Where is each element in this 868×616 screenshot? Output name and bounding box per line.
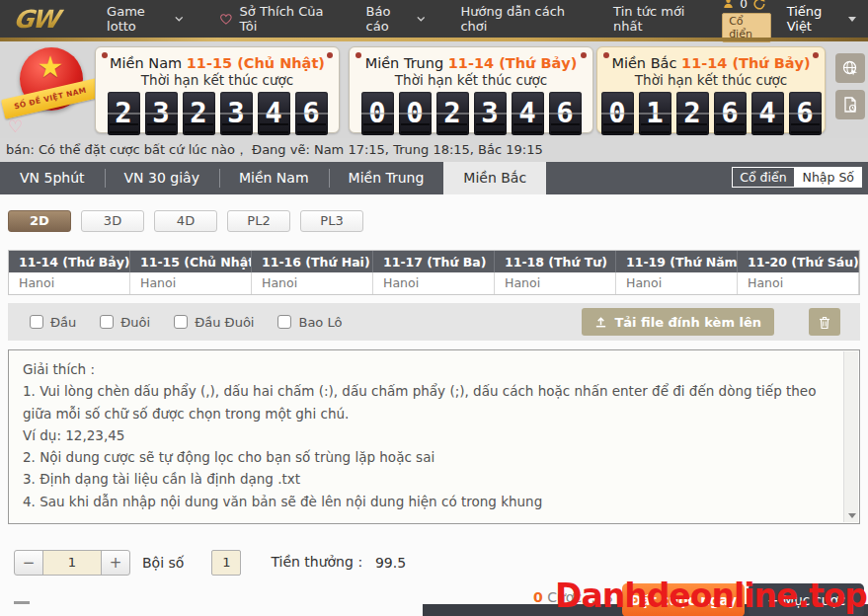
tab-mien-bac[interactable]: Miền Bắc — [443, 162, 546, 194]
countdown-digit: 2 — [436, 92, 469, 135]
schedule-date-header: 11-14 (Thứ Bảy) — [9, 251, 130, 272]
schedule-city-cell[interactable]: Hanoi — [373, 272, 495, 294]
region-tab-bar: VN 5phút VN 30 giây Miền Nam Miền Trung … — [0, 162, 868, 194]
checkbox-icon[interactable] — [174, 315, 188, 329]
lottery-panel-mien-bac: Miền Bắc 11-14 (Thứ Bảy) Thời hạn kết th… — [596, 46, 826, 133]
countdown-digit: 3 — [145, 92, 178, 135]
multiplier-increase-button[interactable]: + — [101, 550, 130, 576]
file-clock-icon — [841, 96, 859, 114]
unit-value-box[interactable]: 1 — [211, 550, 241, 576]
lottery-panels-row: ★ SỐ ĐỀ VIỆT NAM ♡ Miền Nam 11-15 (Chủ N… — [0, 41, 868, 138]
schedule-city-cell[interactable]: Hanoi — [9, 272, 130, 294]
nav-item-game-lotto[interactable]: Game lotto — [89, 0, 201, 38]
schedule-date-header: 11-15 (Chủ Nhật) — [130, 251, 252, 272]
checkbox-label: Đuôi — [120, 315, 150, 330]
countdown-digit: 6 — [549, 92, 582, 135]
tab-4d[interactable]: 4D — [154, 210, 217, 232]
countdown-digits: 2 3 2 3 4 6 — [96, 92, 339, 135]
lottery-panel-mien-nam: Miền Nam 11-15 (Chủ Nhật) Thời hạn kết t… — [95, 46, 340, 133]
clear-button[interactable] — [809, 308, 840, 336]
user-mini-panel: 0 Cổ điển — [722, 0, 771, 42]
scrollbar[interactable] — [843, 351, 858, 522]
site-badge: ★ SỐ ĐỀ VIỆT NAM ♡ — [6, 43, 95, 136]
tab-vn-5-minute[interactable]: VN 5phút — [0, 162, 105, 194]
draw-date: 11-14 (Thứ Bảy) — [448, 55, 578, 71]
language-selector[interactable]: Tiếng Việt — [787, 4, 856, 34]
checkbox-bao-lo[interactable]: Bao Lô — [277, 315, 342, 330]
region-name: Miền Nam — [110, 55, 182, 71]
sale-info-text: bán: Có thể đặt cược bất cứ lúc nào， Đan… — [6, 138, 862, 162]
tab-vn-30-second[interactable]: VN 30 giây — [105, 162, 219, 194]
schedule-date-header: 11-16 (Thứ Hai) — [252, 251, 373, 272]
checkbox-icon[interactable] — [100, 315, 114, 329]
brand-logo[interactable]: GW — [12, 5, 65, 34]
view-mode-toggle: Cổ điển Nhập Số — [732, 167, 862, 188]
nav-item-how-to-play[interactable]: Hướng dẫn cách chơi — [442, 0, 595, 38]
chevron-down-icon — [175, 16, 184, 23]
schedule-date-header: 11-19 (Thứ Năm) — [616, 251, 738, 272]
countdown-digit: 3 — [474, 92, 507, 135]
countdown-digit: 2 — [183, 92, 215, 135]
schedule-city-cell[interactable]: Hanoi — [252, 272, 373, 294]
tab-mien-trung[interactable]: Miền Trung — [329, 162, 444, 194]
balance-count: 0 — [740, 0, 748, 11]
checkbox-label: Đầu Đuôi — [195, 315, 254, 330]
region-name: Miền Bắc — [611, 55, 676, 71]
schedule-city-cell[interactable]: Hanoi — [495, 272, 616, 294]
schedule-city-cell[interactable]: Hanoi — [130, 272, 252, 294]
countdown-digit: 4 — [512, 92, 544, 135]
schedule-city-cell[interactable]: Hanoi — [616, 272, 738, 294]
lottery-panel-mien-trung: Miền Trung 11-14 (Thứ Bảy) Thời hạn kết … — [349, 46, 593, 133]
refresh-icon[interactable] — [752, 0, 766, 11]
tab-pl2[interactable]: PL2 — [227, 210, 290, 232]
countdown-digits: 0 1 2 6 4 6 — [597, 92, 825, 135]
countdown-digit: 3 — [220, 92, 253, 135]
nav-label: Hướng dẫn cách chơi — [460, 4, 578, 34]
checkbox-dau[interactable]: Đầu — [30, 315, 76, 330]
globe-icon — [841, 59, 859, 77]
nav-item-favorites[interactable]: Sở Thích Của Tôi — [201, 0, 349, 38]
checkbox-duoi[interactable]: Đuôi — [100, 315, 150, 330]
upload-file-button[interactable]: Tải file đính kèm lên — [582, 308, 774, 336]
collapsed-dash — [14, 601, 30, 604]
panel-title: Miền Bắc 11-14 (Thứ Bảy) — [597, 55, 825, 71]
checkbox-icon[interactable] — [30, 315, 43, 329]
countdown-digit: 6 — [714, 92, 747, 135]
tab-pl3[interactable]: PL3 — [300, 210, 363, 232]
countdown-digit: 0 — [399, 92, 432, 135]
tab-3d[interactable]: 3D — [81, 210, 144, 232]
checkbox-label: Đầu — [50, 315, 76, 330]
countdown-digit: 4 — [751, 92, 784, 135]
nav-item-news[interactable]: Tin tức mới nhất — [595, 0, 722, 38]
region-name: Miền Trung — [365, 55, 444, 71]
scroll-down-arrow-icon[interactable] — [848, 513, 856, 518]
favorite-heart-icon[interactable]: ♡ — [8, 116, 23, 136]
toggle-number-input-mode[interactable]: Nhập Số — [795, 167, 862, 188]
countdown-digit: 6 — [789, 92, 822, 135]
nav-label: Báo cáo — [366, 4, 410, 34]
deadline-label: Thời hạn kết thúc cược — [350, 72, 592, 88]
web-trend-button[interactable] — [835, 53, 865, 83]
bet-options-bar: Đầu Đuôi Đầu Đuôi Bao Lô Tải file đính k… — [8, 303, 860, 341]
top-nav: GW Game lotto Sở Thích Của Tôi Báo cáo H… — [0, 0, 868, 38]
heart-icon — [219, 12, 233, 26]
betting-content: 2D 3D 4D PL2 PL3 11-14 (Thứ Bảy) 11-15 (… — [0, 194, 868, 616]
history-records-button[interactable] — [835, 90, 865, 119]
user-icon — [722, 0, 735, 10]
multiplier-decrease-button[interactable]: − — [14, 550, 43, 576]
nav-label: Sở Thích Của Tôi — [240, 4, 331, 34]
tab-mien-nam[interactable]: Miền Nam — [219, 162, 329, 194]
schedule-city-cell[interactable]: Hanoi — [738, 272, 859, 294]
checkbox-dau-duoi[interactable]: Đầu Đuôi — [174, 315, 254, 330]
number-input-textarea[interactable]: Giải thích： 1. Vui lòng chèn dấu phẩy (,… — [8, 349, 860, 524]
multiplier-input[interactable]: 1 — [42, 550, 102, 576]
nav-label: Tin tức mới nhất — [613, 4, 704, 34]
panel-title: Miền Nam 11-15 (Chủ Nhật) — [96, 55, 339, 71]
tab-2d[interactable]: 2D — [8, 210, 71, 232]
upload-icon — [594, 316, 607, 329]
panel-title: Miền Trung 11-14 (Thứ Bảy) — [350, 55, 592, 71]
toggle-classic-mode[interactable]: Cổ điển — [732, 167, 794, 188]
checkbox-icon[interactable] — [277, 315, 291, 329]
gold-divider — [0, 38, 868, 41]
nav-item-reports[interactable]: Báo cáo — [349, 0, 443, 38]
